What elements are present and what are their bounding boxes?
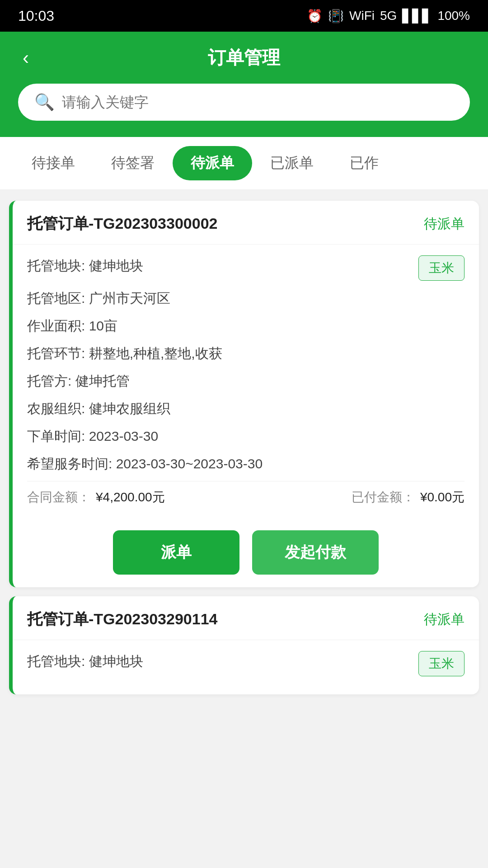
tab-dispatched[interactable]: 已派单: [252, 146, 332, 180]
field-process: 托管环节: 耕整地,种植,整地,收获: [27, 343, 465, 363]
signal-5g-icon: 5G: [380, 9, 397, 23]
alarm-icon: ⏰: [307, 9, 323, 24]
tab-pending-receive[interactable]: 待接单: [14, 146, 93, 180]
header-title-row: ‹ 订单管理: [18, 45, 470, 70]
field-service-time: 希望服务时间: 2023-03-30~2023-03-30: [27, 453, 465, 474]
dispatch-button[interactable]: 派单: [113, 530, 239, 575]
order-card-2: 托管订单-TG202303290114 待派单 托管地块: 健坤地块 玉米: [9, 596, 479, 694]
order-plot-label-2: 托管地块: 健坤地块: [27, 651, 143, 671]
field-org: 农服组织: 健坤农服组织: [27, 398, 465, 419]
search-input[interactable]: [62, 94, 454, 111]
order-status-1: 待派单: [424, 215, 465, 233]
status-icons: ⏰ 📳 WiFi 5G ▋▋▋ 100%: [307, 9, 470, 24]
order-card-2-header: 托管订单-TG202303290114 待派单: [13, 596, 479, 640]
tabs-container: 待接单 待签署 待派单 已派单 已作: [0, 137, 488, 190]
order-body-2: 托管地块: 健坤地块 玉米: [13, 640, 479, 694]
order-status-2: 待派单: [424, 610, 465, 629]
paid-amount: 已付金额： ¥0.00元: [352, 489, 465, 506]
order-card-1-header: 托管订单-TG202303300002 待派单: [13, 201, 479, 245]
vibrate-icon: 📳: [328, 9, 344, 24]
contract-amount: 合同金额： ¥4,200.00元: [27, 489, 165, 506]
tab-pending-sign[interactable]: 待签署: [93, 146, 173, 180]
order-row-plot-2: 托管地块: 健坤地块 玉米: [27, 651, 465, 676]
crop-tag-2: 玉米: [418, 651, 465, 676]
paid-amount-value: ¥0.00元: [420, 489, 465, 506]
order-finance-row: 合同金额： ¥4,200.00元 已付金额： ¥0.00元: [27, 489, 465, 506]
field-region: 托管地区: 广州市天河区: [27, 288, 465, 308]
order-fields-1: 托管地区: 广州市天河区 作业面积: 10亩 托管环节: 耕整地,种植,整地,收…: [27, 288, 465, 474]
back-button[interactable]: ‹: [18, 45, 33, 71]
status-time: 10:03: [18, 8, 54, 24]
search-icon: 🔍: [34, 93, 55, 112]
paid-amount-label: 已付金额：: [352, 489, 415, 506]
order-plot-label: 托管地块: 健坤地块: [27, 255, 143, 276]
field-area: 作业面积: 10亩: [27, 316, 465, 336]
header: ‹ 订单管理 🔍: [0, 32, 488, 137]
tab-pending-dispatch[interactable]: 待派单: [173, 146, 252, 180]
order-body-1: 托管地块: 健坤地块 玉米 托管地区: 广州市天河区 作业面积: 10亩 托管环…: [13, 245, 479, 526]
signal-bars-icon: ▋▋▋: [402, 9, 432, 24]
order-row-plot: 托管地块: 健坤地块 玉米: [27, 255, 465, 281]
order-number-2: 托管订单-TG202303290114: [27, 609, 217, 630]
order-number-1: 托管订单-TG202303300002: [27, 213, 217, 234]
order-card-1: 托管订单-TG202303300002 待派单 托管地块: 健坤地块 玉米 托管…: [9, 201, 479, 587]
search-bar: 🔍: [18, 84, 470, 121]
wifi-icon: WiFi: [349, 9, 375, 23]
field-order-time: 下单时间: 2023-03-30: [27, 426, 465, 446]
contract-amount-value: ¥4,200.00元: [96, 489, 165, 506]
field-custodian: 托管方: 健坤托管: [27, 371, 465, 391]
crop-tag-1: 玉米: [418, 255, 465, 281]
battery-icon: 100%: [437, 9, 470, 23]
tab-completed[interactable]: 已作: [332, 146, 397, 180]
order-divider: [27, 481, 465, 481]
page-title: 订单管理: [208, 45, 280, 70]
status-bar: 10:03 ⏰ 📳 WiFi 5G ▋▋▋ 100%: [0, 0, 488, 32]
payment-button[interactable]: 发起付款: [252, 530, 379, 575]
order-actions-1: 派单 发起付款: [13, 526, 479, 587]
content-area: 托管订单-TG202303300002 待派单 托管地块: 健坤地块 玉米 托管…: [0, 190, 488, 705]
contract-amount-label: 合同金额：: [27, 489, 90, 506]
